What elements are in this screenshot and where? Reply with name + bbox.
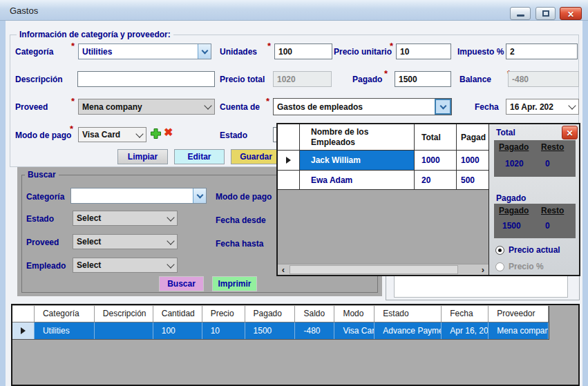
chevron-down-icon[interactable] bbox=[193, 189, 206, 203]
guardar-button[interactable]: Guardar bbox=[231, 149, 281, 164]
col-cantidad[interactable]: Cantidad bbox=[153, 306, 202, 322]
maximize-button[interactable] bbox=[535, 7, 556, 20]
empleados-col-nombre[interactable]: Nombre de los Empleados bbox=[300, 124, 415, 150]
cell-modo[interactable]: Visa Card bbox=[334, 322, 374, 339]
maximize-icon bbox=[542, 10, 549, 17]
imprimir-button[interactable]: Imprimir bbox=[212, 276, 257, 291]
cuenta-de-select[interactable]: Gastos de empleados bbox=[273, 98, 452, 115]
descripcion-label: Descripción bbox=[15, 75, 63, 84]
empleados-row-selector-cell[interactable] bbox=[278, 151, 300, 170]
chevron-down-icon[interactable] bbox=[164, 235, 177, 249]
chevron-down-icon[interactable] bbox=[201, 99, 214, 114]
col-proveedor[interactable]: Proveedor bbox=[489, 306, 549, 322]
col-saldo[interactable]: Saldo bbox=[295, 306, 334, 322]
precio-unitario-field[interactable] bbox=[396, 44, 451, 59]
col-fecha[interactable]: Fecha bbox=[442, 306, 489, 322]
col-modo[interactable]: Modo bbox=[334, 306, 374, 322]
empleados-row[interactable]: Jack William 1000 1000 bbox=[278, 151, 489, 171]
scroll-right-icon[interactable] bbox=[477, 264, 489, 275]
buscar-categoria-value bbox=[71, 189, 193, 203]
col-precio[interactable]: Precio bbox=[202, 306, 245, 322]
col-pagado[interactable]: Pagado bbox=[245, 306, 296, 322]
delete-payment-mode-button[interactable] bbox=[164, 126, 176, 137]
buscar-empleado-select[interactable]: Select bbox=[73, 258, 178, 273]
empleados-cell-pagado[interactable]: 500 bbox=[457, 171, 489, 189]
scroll-left-icon[interactable] bbox=[278, 264, 289, 275]
descripcion-field[interactable] bbox=[77, 71, 215, 87]
total-resto-value: 0 bbox=[545, 159, 550, 168]
total-panel-title: Total bbox=[496, 128, 515, 137]
popup-close-button[interactable] bbox=[562, 126, 578, 139]
buscar-estado-value: Select bbox=[73, 211, 164, 225]
buscar-estado-select[interactable]: Select bbox=[73, 211, 178, 226]
buscar-button[interactable]: Buscar bbox=[159, 276, 204, 291]
row-selector-icon bbox=[286, 157, 291, 164]
add-payment-mode-button[interactable] bbox=[150, 128, 162, 139]
table-row[interactable]: Utilities 100 10 1500 -480 Visa Card Adv… bbox=[12, 322, 549, 340]
precio-pct-label: Precio % bbox=[509, 262, 544, 271]
limpiar-button[interactable]: Limpiar bbox=[117, 149, 168, 164]
empleados-cell-nombre[interactable]: Jack William bbox=[300, 151, 415, 170]
radio-unselected-icon bbox=[495, 262, 504, 271]
empleados-row[interactable]: Ewa Adam 20 500 bbox=[278, 171, 489, 190]
precio-actual-radio[interactable]: Precio actual bbox=[495, 245, 560, 255]
precio-unitario-required-marker: * bbox=[390, 41, 393, 51]
pagado-field[interactable] bbox=[395, 71, 451, 87]
modo-de-pago-required-marker: * bbox=[70, 124, 73, 134]
pagado-required-marker: * bbox=[384, 68, 388, 79]
close-button[interactable] bbox=[560, 7, 582, 20]
pagado-label: Pagado bbox=[352, 75, 382, 84]
results-grid: Categoría Descripción Cantidad Precio Pa… bbox=[12, 306, 549, 340]
col-descripcion[interactable]: Descripción bbox=[95, 306, 153, 322]
fecha-datepicker[interactable]: 16 Apr. 202 bbox=[506, 99, 579, 115]
minimize-button[interactable] bbox=[510, 7, 531, 20]
empleados-cell-total[interactable]: 1000 bbox=[415, 151, 457, 170]
chevron-down-icon[interactable] bbox=[565, 99, 578, 114]
col-estado[interactable]: Estado bbox=[374, 306, 442, 322]
cell-saldo[interactable]: -480 bbox=[295, 322, 334, 339]
impuesto-field[interactable] bbox=[506, 44, 578, 59]
cell-estado[interactable]: Advance Payment bbox=[374, 322, 442, 339]
empleados-col-pagado[interactable]: Pagad bbox=[457, 124, 489, 150]
empleados-cell-nombre[interactable]: Ewa Adam bbox=[300, 171, 415, 189]
empleados-row-selector-cell[interactable] bbox=[278, 171, 300, 189]
chevron-down-icon[interactable] bbox=[133, 128, 146, 142]
cell-cantidad[interactable]: 100 bbox=[153, 322, 202, 339]
chevron-down-icon[interactable] bbox=[164, 211, 177, 225]
modo-de-pago-value: Visa Card bbox=[79, 128, 133, 142]
scrollbar-thumb[interactable] bbox=[290, 265, 458, 274]
cell-descripcion[interactable] bbox=[95, 322, 153, 339]
cell-pagado[interactable]: 1500 bbox=[245, 322, 296, 339]
buscar-categoria-select[interactable] bbox=[70, 188, 207, 204]
title-bar[interactable]: Gastos bbox=[0, 0, 588, 21]
modo-de-pago-select[interactable]: Visa Card bbox=[78, 127, 146, 142]
buscar-empleado-label: Empleado bbox=[26, 261, 66, 271]
col-categoria[interactable]: Categoría bbox=[35, 306, 95, 322]
empleados-col-total[interactable]: Total bbox=[415, 124, 457, 150]
cell-precio[interactable]: 10 bbox=[202, 322, 245, 339]
chevron-down-icon[interactable] bbox=[164, 258, 177, 272]
balance-field bbox=[508, 71, 579, 87]
total-pagado-value: 1020 bbox=[505, 159, 524, 168]
row-selector-icon bbox=[21, 327, 26, 334]
cuenta-de-required-marker: * bbox=[266, 96, 269, 106]
cell-proveedor[interactable]: Mena company bbox=[489, 322, 549, 339]
radio-selected-icon bbox=[495, 246, 504, 255]
row-selector-cell[interactable] bbox=[12, 322, 35, 339]
empleados-cell-total[interactable]: 20 bbox=[415, 171, 457, 189]
categoria-select[interactable]: Utilities bbox=[78, 44, 211, 59]
buscar-proveedor-label: Proveed bbox=[26, 238, 59, 247]
precio-pct-radio[interactable]: Precio % bbox=[495, 262, 544, 271]
buscar-proveedor-select[interactable]: Select bbox=[73, 234, 178, 249]
unidades-field[interactable] bbox=[274, 44, 332, 59]
cell-categoria[interactable]: Utilities bbox=[35, 322, 95, 339]
proveedor-select[interactable]: Mena company bbox=[78, 99, 215, 115]
chevron-down-icon[interactable] bbox=[198, 44, 211, 59]
editar-button[interactable]: Editar bbox=[174, 149, 225, 164]
empleados-cell-pagado[interactable]: 1000 bbox=[457, 151, 489, 170]
chevron-down-icon[interactable] bbox=[435, 99, 451, 115]
unidades-label: Unidades bbox=[220, 47, 257, 57]
categoria-label: Categoría bbox=[15, 47, 53, 57]
horizontal-scrollbar[interactable] bbox=[278, 264, 489, 275]
cell-fecha[interactable]: Apr 16, 2025 bbox=[442, 322, 489, 339]
